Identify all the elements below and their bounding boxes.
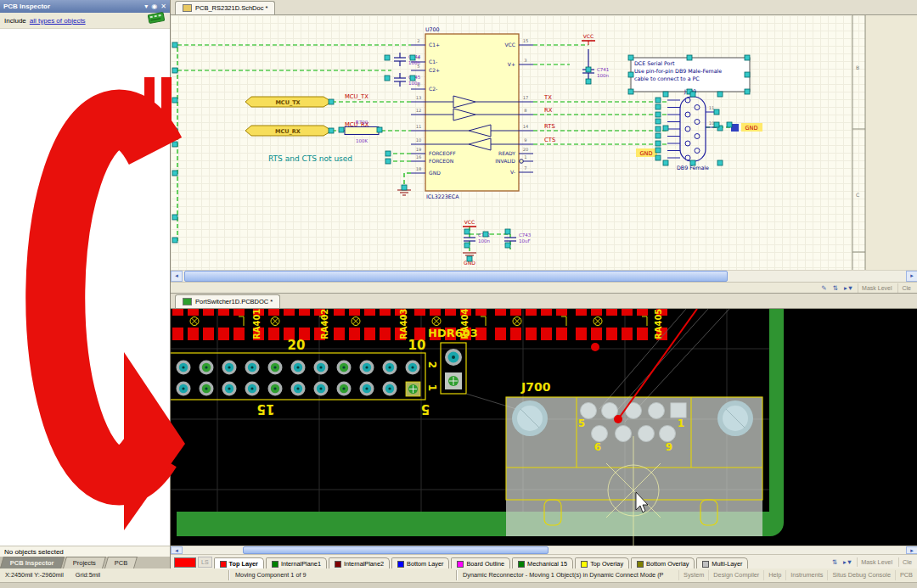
scroll-right-icon[interactable]: ▸ bbox=[906, 546, 917, 554]
svg-text:READY: READY bbox=[498, 150, 515, 156]
panel-tab-projects[interactable]: Projects bbox=[63, 557, 106, 568]
schematic-hscrollbar[interactable]: ◂ ▸ bbox=[171, 270, 917, 282]
svg-text:1: 1 bbox=[524, 154, 526, 160]
svg-text:DCE Serial Port: DCE Serial Port bbox=[634, 60, 675, 66]
layer-tab-bar: LS Top Layer InternalPlane1 InternalPlan… bbox=[171, 554, 917, 569]
layer-color-swatch bbox=[220, 561, 227, 568]
scroll-left-icon[interactable]: ◂ bbox=[171, 546, 183, 554]
statusbar-mode: Dynamic Reconnector - Moving 1 Object(s)… bbox=[457, 570, 671, 580]
window-bottom-edge bbox=[0, 582, 917, 588]
cap-c744[interactable] bbox=[394, 53, 406, 66]
svg-text:GND: GND bbox=[640, 150, 653, 157]
layer-tab-bottom-overlay[interactable]: Bottom Overlay bbox=[631, 557, 695, 569]
schematic-bottombar: ✎ ⇅ ▸▼ Mask Level Cle bbox=[171, 282, 917, 293]
sheet-outside bbox=[865, 15, 917, 270]
svg-text:9: 9 bbox=[524, 137, 526, 143]
gnd-tag: GND bbox=[636, 148, 657, 157]
scroll-thumb[interactable] bbox=[184, 271, 728, 282]
scroll-left-icon[interactable]: ◂ bbox=[171, 271, 183, 282]
decoupling-cluster: VCC C742 100n C743 10uF GND bbox=[463, 219, 532, 266]
port-mcu-rx[interactable]: MCU_RX bbox=[245, 126, 332, 136]
mask-level-button[interactable]: Mask Level bbox=[857, 557, 896, 567]
editor-area: PCB_RS2321D.SchDoc * B C bbox=[170, 0, 917, 568]
layer-tab-top-overlay[interactable]: Top Overlay bbox=[575, 557, 629, 569]
svg-text:GND: GND bbox=[745, 125, 758, 132]
svg-text:C2-: C2- bbox=[429, 86, 437, 92]
svg-text:3: 3 bbox=[524, 58, 526, 63]
layer-tab-internalplane2[interactable]: InternalPlane2 bbox=[329, 557, 390, 569]
note-box[interactable]: DCE Serial Port Use pin-for-pin DB9 Male… bbox=[631, 58, 750, 92]
pcb-hscrollbar[interactable]: ◂ ▸ bbox=[171, 546, 917, 554]
scroll-right-icon[interactable]: ▸ bbox=[906, 271, 917, 282]
system-button[interactable]: System bbox=[678, 570, 708, 580]
current-layer-swatch bbox=[174, 557, 196, 568]
svg-text:INVALID: INVALID bbox=[495, 158, 515, 164]
pcb-canvas[interactable]: RA401 RA402 RA403 RA404 RA405 bbox=[171, 309, 917, 546]
schematic-canvas[interactable]: B C bbox=[171, 15, 917, 270]
sort-icon[interactable]: ⇅ bbox=[830, 558, 839, 566]
clear-button[interactable]: Cle bbox=[897, 283, 914, 293]
layer-color-swatch bbox=[335, 561, 341, 568]
port-mcu-tx[interactable]: MCU_TX bbox=[245, 97, 332, 107]
schematic-doc-name: PCB_RS2321D.SchDoc * bbox=[195, 4, 267, 12]
svg-text:15: 15 bbox=[523, 38, 529, 43]
help-button[interactable]: Help bbox=[763, 570, 785, 580]
svg-text:cable to connect to a PC: cable to connect to a PC bbox=[634, 76, 700, 81]
layer-tab-top-layer[interactable]: Top Layer bbox=[214, 557, 264, 569]
panel-tab-pcb-inspector[interactable]: PCB Inspector bbox=[0, 557, 65, 568]
sort-icon[interactable]: ⇅ bbox=[831, 284, 840, 292]
panel-tab-pcb[interactable]: PCB bbox=[104, 557, 138, 568]
mask-level-button[interactable]: Mask Level bbox=[858, 283, 895, 293]
pcb-panel-button[interactable]: PCB bbox=[895, 570, 917, 580]
filter-icon[interactable]: ▸▼ bbox=[842, 284, 855, 292]
include-types-link[interactable]: all types of objects bbox=[30, 13, 86, 29]
ls-button[interactable]: LS bbox=[198, 557, 212, 568]
status-bar: X:2450mil Y:-2960mil Grid:5mil Moving Co… bbox=[0, 568, 917, 582]
svg-text:Use pin-for-pin DB9 Male-Femal: Use pin-for-pin DB9 Male-Female bbox=[634, 68, 722, 75]
layer-tab-mechanical15[interactable]: Mechanical 15 bbox=[512, 557, 573, 569]
layer-tab-multi-layer[interactable]: Multi-Layer bbox=[696, 557, 748, 569]
cap-c741[interactable] bbox=[582, 49, 594, 81]
svg-text:C743: C743 bbox=[519, 232, 532, 238]
design-compiler-button[interactable]: Design Compiler bbox=[708, 570, 763, 580]
svg-text:V-: V- bbox=[510, 169, 515, 175]
inspector-include-row: Include all types of objects bbox=[0, 13, 170, 29]
ic-symbol[interactable]: U700 ICL3223ECA bbox=[411, 26, 533, 199]
schematic-doc-tab[interactable]: PCB_RS2321D.SchDoc * bbox=[175, 1, 275, 14]
instruments-button[interactable]: Instruments bbox=[785, 570, 827, 580]
cap-c745[interactable] bbox=[394, 73, 406, 87]
scroll-thumb[interactable] bbox=[243, 546, 549, 554]
ra-label: RA402 bbox=[320, 309, 329, 339]
ic-designator: U700 bbox=[425, 26, 440, 32]
inspector-panel: PCB Inspector ▾ ◉ ✕ Include all types of… bbox=[0, 0, 170, 568]
layer-tab-bottom-layer[interactable]: Bottom Layer bbox=[391, 557, 449, 569]
svg-text:12: 12 bbox=[416, 108, 422, 113]
svg-text:2: 2 bbox=[417, 38, 419, 43]
net-label: TX bbox=[543, 94, 552, 101]
layer-tab-board-outline[interactable]: Board Outline bbox=[451, 557, 510, 569]
layer-tab-internalplane1[interactable]: InternalPlane1 bbox=[266, 557, 327, 569]
layer-color-swatch bbox=[581, 561, 588, 568]
vcc-symbol: VCC bbox=[582, 33, 595, 45]
zone-letter: C bbox=[856, 192, 859, 198]
altium-app: PCB Inspector ▾ ◉ ✕ Include all types of… bbox=[0, 0, 917, 588]
db9-connector[interactable]: J700 11 10 DB9 Female bbox=[667, 88, 717, 171]
ra-label: RA401 bbox=[252, 309, 262, 339]
zone-letter: B bbox=[856, 64, 859, 70]
j700-footprint[interactable]: J700 bbox=[506, 380, 762, 536]
situs-debug-console-button[interactable]: Situs Debug Console bbox=[827, 570, 895, 580]
svg-text:17: 17 bbox=[523, 95, 529, 100]
svg-text:MCU_RX: MCU_RX bbox=[275, 128, 301, 135]
pad-number: 2 bbox=[426, 361, 438, 368]
svg-text:C1+: C1+ bbox=[429, 42, 440, 48]
svg-text:FORCEON: FORCEON bbox=[429, 158, 453, 164]
net-label: CTS bbox=[544, 137, 555, 143]
net-label: MCU_TX bbox=[345, 93, 368, 100]
svg-text:7: 7 bbox=[524, 165, 526, 171]
clear-button[interactable]: Cle bbox=[898, 557, 915, 567]
pencil-icon[interactable]: ✎ bbox=[819, 284, 828, 292]
net-label: RTS bbox=[544, 123, 555, 130]
pcb-doc-tab[interactable]: PortSwitcher1D.PCBDOC * bbox=[175, 294, 280, 308]
inspector-title: PCB Inspector bbox=[3, 0, 50, 13]
filter-icon[interactable]: ▸▼ bbox=[841, 558, 854, 566]
